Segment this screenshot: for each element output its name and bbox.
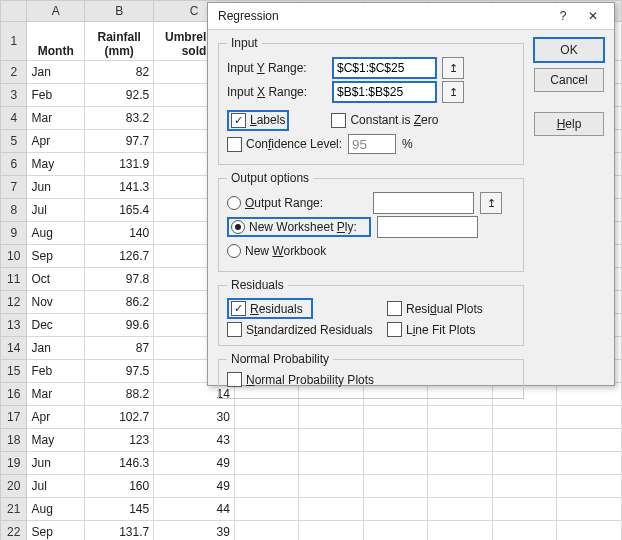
- cell[interactable]: Jun: [27, 452, 85, 475]
- cell[interactable]: 126.7: [85, 245, 154, 268]
- cell[interactable]: [492, 475, 557, 498]
- new-workbook-radio[interactable]: [227, 244, 241, 258]
- cell[interactable]: [299, 429, 364, 452]
- cell[interactable]: 39: [154, 521, 235, 541]
- cell[interactable]: Jan: [27, 337, 85, 360]
- cell[interactable]: 49: [154, 475, 235, 498]
- ref-select-icon[interactable]: ↥: [442, 57, 464, 79]
- cell[interactable]: [234, 452, 299, 475]
- cell[interactable]: [557, 452, 622, 475]
- cell[interactable]: Aug: [27, 222, 85, 245]
- residuals-checkbox[interactable]: ✓: [231, 301, 246, 316]
- normprob-checkbox[interactable]: [227, 372, 242, 387]
- cell[interactable]: 92.5: [85, 84, 154, 107]
- cell[interactable]: [492, 498, 557, 521]
- cell[interactable]: 131.7: [85, 521, 154, 541]
- cell[interactable]: [492, 452, 557, 475]
- cell[interactable]: Jul: [27, 199, 85, 222]
- cell[interactable]: [428, 475, 493, 498]
- std-residuals-checkbox[interactable]: [227, 322, 242, 337]
- cell[interactable]: [428, 452, 493, 475]
- cell[interactable]: 87: [85, 337, 154, 360]
- cell[interactable]: 49: [154, 452, 235, 475]
- cell[interactable]: 123: [85, 429, 154, 452]
- cell[interactable]: [299, 475, 364, 498]
- cell[interactable]: [363, 452, 428, 475]
- cell[interactable]: 97.5: [85, 360, 154, 383]
- row-header[interactable]: 21: [1, 498, 27, 521]
- row-header[interactable]: 13: [1, 314, 27, 337]
- row-header[interactable]: 3: [1, 84, 27, 107]
- cell[interactable]: Sep: [27, 521, 85, 541]
- cancel-button[interactable]: Cancel: [534, 68, 604, 92]
- cell[interactable]: 145: [85, 498, 154, 521]
- select-all-corner[interactable]: [1, 1, 27, 22]
- cell[interactable]: 44: [154, 498, 235, 521]
- cell[interactable]: [557, 429, 622, 452]
- new-ply-input[interactable]: [377, 216, 478, 238]
- labels-checkbox[interactable]: ✓: [231, 113, 246, 128]
- cell[interactable]: [234, 429, 299, 452]
- cell[interactable]: May: [27, 153, 85, 176]
- cell[interactable]: Mar: [27, 383, 85, 406]
- cell[interactable]: Oct: [27, 268, 85, 291]
- cell[interactable]: [234, 475, 299, 498]
- cell[interactable]: 141.3: [85, 176, 154, 199]
- cell[interactable]: 88.2: [85, 383, 154, 406]
- cell[interactable]: 97.7: [85, 130, 154, 153]
- row-header[interactable]: 22: [1, 521, 27, 541]
- row-header[interactable]: 16: [1, 383, 27, 406]
- cell[interactable]: Feb: [27, 360, 85, 383]
- cell[interactable]: Apr: [27, 406, 85, 429]
- cell[interactable]: [492, 429, 557, 452]
- cell[interactable]: Jun: [27, 176, 85, 199]
- cell[interactable]: [363, 475, 428, 498]
- cell[interactable]: [428, 521, 493, 541]
- cell[interactable]: [299, 521, 364, 541]
- dialog-titlebar[interactable]: Regression ? ✕: [208, 3, 614, 30]
- output-range-radio[interactable]: [227, 196, 241, 210]
- row-header[interactable]: 9: [1, 222, 27, 245]
- cell[interactable]: May: [27, 429, 85, 452]
- cell[interactable]: Jan: [27, 61, 85, 84]
- input-y-range[interactable]: [333, 58, 436, 78]
- cell[interactable]: [363, 498, 428, 521]
- row-header[interactable]: 20: [1, 475, 27, 498]
- cell[interactable]: 83.2: [85, 107, 154, 130]
- row-header[interactable]: 12: [1, 291, 27, 314]
- row-header[interactable]: 5: [1, 130, 27, 153]
- row-header[interactable]: 18: [1, 429, 27, 452]
- cell[interactable]: [428, 429, 493, 452]
- cell[interactable]: [299, 452, 364, 475]
- cell[interactable]: Feb: [27, 84, 85, 107]
- row-header[interactable]: 4: [1, 107, 27, 130]
- row-header[interactable]: 14: [1, 337, 27, 360]
- help-button[interactable]: Help: [534, 112, 604, 136]
- cell[interactable]: Apr: [27, 130, 85, 153]
- row-header[interactable]: 10: [1, 245, 27, 268]
- residual-plots-checkbox[interactable]: [387, 301, 402, 316]
- cell[interactable]: 131.9: [85, 153, 154, 176]
- cell[interactable]: [234, 498, 299, 521]
- new-ply-radio[interactable]: [231, 220, 245, 234]
- confidence-value[interactable]: [348, 134, 396, 154]
- row-header[interactable]: 7: [1, 176, 27, 199]
- row-header[interactable]: 15: [1, 360, 27, 383]
- cell[interactable]: [557, 521, 622, 541]
- cell[interactable]: Aug: [27, 498, 85, 521]
- row-header[interactable]: 1: [1, 22, 27, 61]
- row-header[interactable]: 11: [1, 268, 27, 291]
- confidence-checkbox[interactable]: [227, 137, 242, 152]
- row-header[interactable]: 17: [1, 406, 27, 429]
- cell[interactable]: [428, 498, 493, 521]
- cell[interactable]: [234, 521, 299, 541]
- cell[interactable]: [557, 498, 622, 521]
- cell[interactable]: [492, 521, 557, 541]
- cell[interactable]: Nov: [27, 291, 85, 314]
- cell[interactable]: Dec: [27, 314, 85, 337]
- cell[interactable]: 146.3: [85, 452, 154, 475]
- linefit-checkbox[interactable]: [387, 322, 402, 337]
- cell[interactable]: [299, 498, 364, 521]
- help-icon[interactable]: ?: [548, 6, 578, 26]
- cell[interactable]: 102.7: [85, 406, 154, 429]
